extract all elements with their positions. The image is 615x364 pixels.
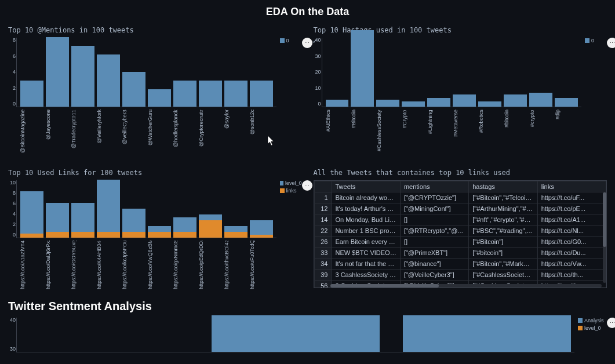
bars [17, 318, 574, 352]
y-axis: 1086420 [9, 180, 17, 238]
page-title: EDA On the Data [8, 6, 607, 18]
bars [17, 38, 276, 107]
chart-title-links: Top 10 Used Links for 100 tweets [8, 169, 302, 177]
table-row[interactable]: 26Earn Bitcoin every day ev...[]["#Bitco… [314, 236, 606, 247]
table-row[interactable]: 1Bitcoin already won, eve...["@CRYPTOzzi… [314, 192, 606, 203]
legend-label: level_0 [285, 180, 302, 186]
y-axis: 4030 [9, 318, 17, 352]
table-row[interactable]: 34It's not far that the next Bi...["@bin… [314, 259, 606, 270]
table-row[interactable]: 22Number 1 BSC project!$F...["@RTRcrypto… [314, 225, 606, 236]
plot-area: 4030 [16, 318, 574, 352]
chart-menu-button[interactable]: ⋯ [607, 318, 615, 328]
mentions-chart: 86420 0 ⋯ [8, 38, 302, 107]
legend: 0 [276, 38, 302, 107]
table-header[interactable] [314, 181, 332, 192]
swatch-icon [585, 38, 589, 43]
plot-area: 86420 [16, 38, 276, 107]
table-header[interactable]: mentions [400, 181, 468, 192]
legend: level_0 links [276, 180, 302, 238]
legend: Analysis level_0 [574, 318, 607, 352]
section-title-sentiment: Twitter Sentment Analysis [8, 300, 607, 313]
swatch-icon [578, 318, 583, 323]
table-header[interactable]: links [537, 181, 606, 192]
table-row[interactable]: 14On Monday, Bud Light rev...[]["#nft","… [314, 214, 606, 225]
legend: 0 [581, 38, 607, 107]
table-header[interactable]: hastags [469, 181, 537, 192]
swatch-icon [280, 38, 285, 43]
chart-menu-button[interactable]: ⋯ [302, 180, 312, 191]
vertical-scrollbar[interactable] [603, 192, 606, 283]
legend-label: 0 [591, 38, 594, 43]
legend-label: Analysis [584, 318, 604, 323]
legend-label: level_0 [584, 325, 601, 331]
x-labels: @BitcoinMagazine@Jayescone@Tradecrypto11… [16, 107, 276, 158]
links-chart: 1086420 level_0 links ⋯ [8, 180, 302, 238]
horizontal-scrollbar[interactable] [330, 284, 602, 287]
swatch-icon [578, 326, 583, 330]
plot-area: 1086420 [16, 180, 276, 238]
plot-area: 403020100 [322, 38, 582, 107]
chart-menu-button[interactable]: ⋯ [607, 38, 615, 48]
table-row[interactable]: 12It's today! Arthur's expert...["@Minin… [314, 203, 606, 214]
table-title: All the Tweets that containes top 10 lin… [314, 169, 607, 177]
swatch-icon [280, 181, 283, 185]
swatch-icon [280, 188, 285, 193]
legend-label: links [286, 188, 297, 194]
y-axis: 403020100 [314, 38, 322, 107]
chart-menu-button[interactable]: ⋯ [302, 38, 312, 48]
x-labels: https://t.co/A1aZiVT4wvhttps://t.co/DaIJ… [16, 238, 276, 289]
bars [17, 180, 276, 238]
bars [322, 38, 582, 107]
legend-label: 0 [286, 38, 289, 43]
sentiment-chart: 4030 Analysis level_0 ⋯ [8, 318, 607, 352]
y-axis: 86420 [9, 38, 17, 107]
table-row[interactable]: 393 CashlessSociety must n...["@VeilleCy… [314, 270, 606, 281]
tweets-table[interactable]: Tweetsmentionshastagslinks 1Bitcoin alre… [314, 180, 607, 288]
table-row[interactable]: 33NEW $BTC VIDEO My upd...["@PrimeXBT"][… [314, 247, 606, 259]
chart-title-mentions: Top 10 @Mentions in 100 tweets [8, 26, 302, 34]
hashtags-chart: ⤢ 403020100 0 ⋯ [314, 38, 607, 107]
table-header[interactable]: Tweets [332, 181, 400, 192]
x-labels: #AIEthics#Bitcoin#CashlessSociety#Crypto… [322, 107, 582, 158]
